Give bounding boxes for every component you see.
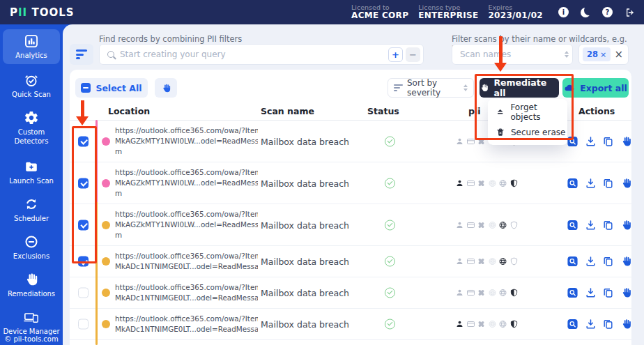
status-ok-icon [385,288,395,298]
table-row: https://outlook.office365.com/owa/?ItemI… [70,277,631,309]
row-checkbox[interactable] [78,288,89,298]
logout-icon[interactable] [624,7,636,18]
table-row: https://outlook.office365.com/owa/?ItemI… [70,246,631,277]
remediate-hand-icon[interactable] [620,135,631,147]
sidebar-item-launch-scan[interactable]: Launch Scan [3,155,60,190]
fingerprint-icon [488,257,497,266]
header-actions: Actions [578,106,615,120]
person-icon [455,178,464,187]
globe-icon [498,220,507,229]
remediate-hand-icon[interactable] [620,256,631,268]
shield-icon [509,220,519,229]
stopwatch-check-icon [24,72,39,88]
person-icon [455,220,464,229]
remediate-selected-button[interactable] [155,78,177,98]
info-icon[interactable]: i [558,7,569,17]
copy-icon[interactable] [602,177,614,189]
row-checkbox[interactable] [78,319,89,330]
preview-icon[interactable] [567,177,578,189]
copy-icon[interactable] [602,219,614,231]
sidebar-footer-link[interactable]: © pii-tools.com [0,335,63,343]
download-icon[interactable] [585,219,597,231]
scan-names-select[interactable] [452,44,573,65]
bandage-icon [477,320,486,329]
header-location: Location [108,106,150,120]
remediate-hand-icon[interactable] [620,219,631,231]
download-icon[interactable] [585,256,597,268]
fingerprint-icon [488,178,497,187]
row-actions [567,256,631,268]
row-actions [567,135,631,147]
row-actions [567,177,631,189]
row-actions [567,319,631,330]
row-scan-name: Mailbox data breach [261,288,365,298]
severity-dot [102,137,110,146]
person-icon [455,257,464,266]
card-icon [466,289,475,298]
devices-icon [24,309,39,325]
severity-dot [102,179,110,187]
row-pii-icons [455,320,519,329]
preview-icon[interactable] [567,319,578,330]
row-scan-name: Mailbox data breach [261,136,365,146]
filter-options-button[interactable] [70,44,93,65]
globe-icon [498,178,507,187]
copy-icon[interactable] [602,135,614,147]
globe-icon [498,289,507,298]
annotation-arrow-remediate [499,36,503,63]
header-scan-name: Scan name [261,106,314,120]
download-icon[interactable] [585,319,597,330]
dark-mode-icon[interactable] [581,8,590,17]
sidebar-item-device-manager[interactable]: Device Manager [3,305,60,337]
shield-icon [509,320,519,329]
download-icon[interactable] [585,135,597,147]
scan-names-input[interactable] [460,49,565,59]
bandage-icon [477,257,486,266]
sidebar-item-custom-detectors[interactable]: Custom Detectors [3,106,60,151]
folder-plus-icon [24,159,39,174]
copy-icon[interactable] [602,256,614,268]
severity-dot [102,289,110,297]
clear-filter-icon[interactable]: × [614,49,623,60]
indeterminate-checkbox-icon [81,83,91,93]
row-location: https://outlook.office365.com/owa/?ItemI… [115,209,258,240]
remediate-hand-icon[interactable] [620,177,631,189]
row-actions [567,219,631,231]
remediate-hand-icon[interactable] [620,287,631,299]
preview-icon[interactable] [567,256,578,268]
header-status: Status [367,106,399,120]
sidebar-item-quick-scan[interactable]: Quick Scan [3,68,60,103]
download-icon[interactable] [585,287,597,299]
copy-icon[interactable] [602,319,614,330]
sort-by-select[interactable]: Sort by severity [388,78,474,98]
preview-icon[interactable] [567,219,578,231]
sidebar-item-scheduler[interactable]: Scheduler [3,192,60,227]
refresh-cycle-icon [24,197,39,212]
bar-chart-icon [24,33,39,49]
download-icon[interactable] [585,177,597,189]
remediate-hand-icon[interactable] [620,319,631,330]
query-input[interactable] [120,49,388,59]
query-filter-label: Find records by combining PII filters [99,34,242,44]
remove-filter-button[interactable]: − [406,47,420,62]
card-icon [466,320,475,329]
row-location: https://outlook.office365.com/owa/?ItemI… [115,167,258,199]
select-all-button[interactable]: Select All [75,78,148,98]
annotation-arrowhead-checkboxes [76,116,89,125]
add-filter-button[interactable]: + [388,47,403,62]
sidebar-item-analytics[interactable]: Analytics [3,29,60,64]
person-icon [455,289,464,298]
card-icon [466,220,475,229]
preview-icon[interactable] [567,287,578,299]
annotation-rect-checkboxes [72,126,97,263]
severity-dot [102,221,110,229]
copy-icon[interactable] [602,287,614,299]
sidebar-item-exclusions[interactable]: Exclusions [3,230,60,265]
scan-count-chip[interactable]: 28× [583,47,611,61]
licensed-to: Licensed to ACME CORP [351,4,408,21]
person-icon [455,137,464,146]
help-icon[interactable]: ? [602,7,613,17]
query-search-box: + − [99,44,424,65]
sidebar-item-remediations[interactable]: Remediations [3,268,60,302]
card-icon [466,137,475,146]
